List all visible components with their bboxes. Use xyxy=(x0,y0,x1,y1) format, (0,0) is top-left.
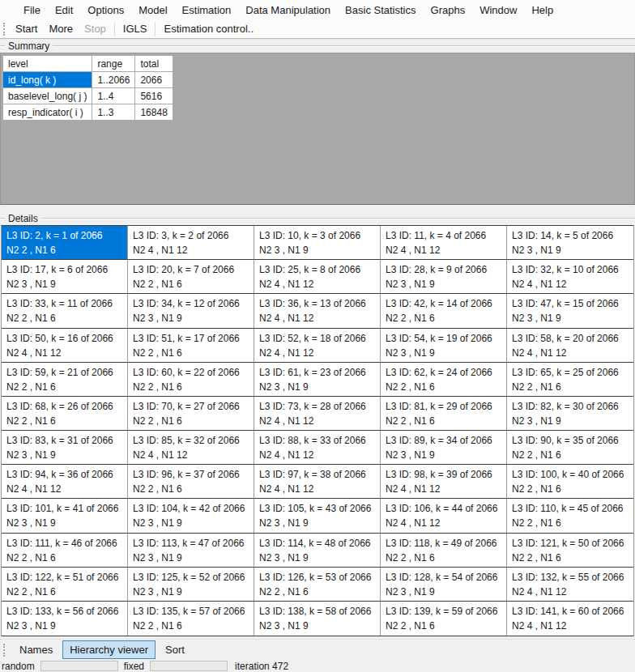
hierarchy-cell-k29[interactable]: L3 ID: 81, k = 29 of 2066N2 2 , N1 6 xyxy=(381,397,507,431)
hierarchy-cell-k55[interactable]: L3 ID: 132, k = 55 of 2066N2 4 , N1 12 xyxy=(507,568,633,602)
hierarchy-cell-k53[interactable]: L3 ID: 126, k = 53 of 2066N2 2 , N1 6 xyxy=(254,568,381,602)
hierarchy-cell-k2[interactable]: L3 ID: 3, k = 2 of 2066N2 4 , N1 12 xyxy=(128,226,254,260)
hierarchy-cell-k25[interactable]: L3 ID: 65, k = 25 of 2066N2 2 , N1 6 xyxy=(507,363,633,397)
hierarchy-cell-k19[interactable]: L3 ID: 54, k = 19 of 2066N2 3 , N1 9 xyxy=(381,329,507,363)
hierarchy-cell-k52[interactable]: L3 ID: 125, k = 52 of 2066N2 3 , N1 9 xyxy=(128,568,254,602)
hierarchy-cell-k48[interactable]: L3 ID: 114, k = 48 of 2066N2 3 , N1 9 xyxy=(254,534,381,568)
hierarchy-cell-k1[interactable]: L3 ID: 2, k = 1 of 2066N2 2 , N1 6 xyxy=(2,226,128,260)
hierarchy-cell-k45[interactable]: L3 ID: 110, k = 45 of 2066N2 2 , N1 6 xyxy=(507,499,633,533)
hierarchy-cell-k59[interactable]: L3 ID: 139, k = 59 of 2066N2 2 , N1 6 xyxy=(381,602,507,636)
menu-item-file[interactable]: File xyxy=(16,1,48,19)
hierarchy-cell-k47[interactable]: L3 ID: 113, k = 47 of 2066N2 3 , N1 9 xyxy=(128,534,254,568)
summary-row-baselevel-long-j[interactable]: baselevel_long( j )1..45616 xyxy=(3,88,173,104)
hierarchy-cell-k32[interactable]: L3 ID: 85, k = 32 of 2066N2 4 , N1 12 xyxy=(128,431,254,465)
hierarchy-cell-k27[interactable]: L3 ID: 70, k = 27 of 2066N2 2 , N1 6 xyxy=(128,397,254,431)
hierarchy-cell-k46[interactable]: L3 ID: 111, k = 46 of 2066N2 2 , N1 6 xyxy=(2,534,128,568)
summary-table: levelrangetotal id_long( k )1..20662066b… xyxy=(2,55,173,121)
hierarchy-cell-k30[interactable]: L3 ID: 82, k = 30 of 2066N2 3 , N1 9 xyxy=(507,397,633,431)
hierarchy-cell-k37[interactable]: L3 ID: 96, k = 37 of 2066N2 2 , N1 6 xyxy=(128,465,254,499)
hierarchy-cell-k57[interactable]: L3 ID: 135, k = 57 of 2066N2 2 , N1 6 xyxy=(128,602,254,636)
hierarchy-cell-k31[interactable]: L3 ID: 83, k = 31 of 2066N2 3 , N1 9 xyxy=(2,431,128,465)
menu-item-edit[interactable]: Edit xyxy=(48,1,80,19)
summary-cell-level[interactable]: baselevel_long( j ) xyxy=(3,88,92,104)
summary-row-resp-indicator-i[interactable]: resp_indicator( i )1..316848 xyxy=(3,104,173,121)
menu-item-window[interactable]: Window xyxy=(472,1,524,19)
cell-line1: L3 ID: 51, k = 17 of 2066 xyxy=(133,331,249,346)
cell-line1: L3 ID: 60, k = 22 of 2066 xyxy=(133,365,249,380)
hierarchy-cell-k22[interactable]: L3 ID: 60, k = 22 of 2066N2 2 , N1 6 xyxy=(128,363,254,397)
hierarchy-cell-k44[interactable]: L3 ID: 106, k = 44 of 2066N2 4 , N1 12 xyxy=(381,499,507,533)
hierarchy-cell-k7[interactable]: L3 ID: 20, k = 7 of 2066N2 2 , N1 6 xyxy=(128,260,254,294)
summary-title: Summary xyxy=(5,40,53,52)
hierarchy-cell-k54[interactable]: L3 ID: 128, k = 54 of 2066N2 3 , N1 9 xyxy=(381,568,507,602)
menu-item-graphs[interactable]: Graphs xyxy=(424,1,473,19)
cell-line1: L3 ID: 20, k = 7 of 2066 xyxy=(133,262,249,277)
menu-item-data-manipulation[interactable]: Data Manipulation xyxy=(238,1,338,19)
hierarchy-cell-k35[interactable]: L3 ID: 90, k = 35 of 2066N2 2 , N1 6 xyxy=(507,431,633,465)
hierarchy-cell-k39[interactable]: L3 ID: 98, k = 39 of 2066N2 4 , N1 12 xyxy=(381,465,507,499)
hierarchy-cell-k17[interactable]: L3 ID: 51, k = 17 of 2066N2 2 , N1 6 xyxy=(128,329,254,363)
status-iteration-label: iteration 472 xyxy=(235,661,288,672)
hierarchy-cell-k56[interactable]: L3 ID: 133, k = 56 of 2066N2 3 , N1 9 xyxy=(2,602,128,636)
hierarchy-cell-k51[interactable]: L3 ID: 122, k = 51 of 2066N2 2 , N1 6 xyxy=(2,568,128,602)
toolbar-button-estimation-control[interactable]: Estimation control.. xyxy=(158,20,259,37)
cell-line1: L3 ID: 42, k = 14 of 2066 xyxy=(386,296,501,311)
hierarchy-cell-k14[interactable]: L3 ID: 42, k = 14 of 2066N2 2 , N1 6 xyxy=(381,294,507,328)
hierarchy-cell-k15[interactable]: L3 ID: 47, k = 15 of 2066N2 3 , N1 9 xyxy=(507,294,633,328)
menu-item-options[interactable]: Options xyxy=(80,1,131,19)
hierarchy-cell-k33[interactable]: L3 ID: 88, k = 33 of 2066N2 4 , N1 12 xyxy=(254,431,381,465)
hierarchy-cell-k23[interactable]: L3 ID: 61, k = 23 of 2066N2 3 , N1 9 xyxy=(254,363,381,397)
toolbar-button-igls[interactable]: IGLS xyxy=(117,20,153,37)
hierarchy-cell-k43[interactable]: L3 ID: 105, k = 43 of 2066N2 3 , N1 9 xyxy=(254,499,381,533)
hierarchy-cell-k5[interactable]: L3 ID: 14, k = 5 of 2066N2 3 , N1 9 xyxy=(507,226,633,260)
tab-sort[interactable]: Sort xyxy=(158,640,192,659)
cell-line1: L3 ID: 83, k = 31 of 2066 xyxy=(6,433,122,448)
hierarchy-cell-k50[interactable]: L3 ID: 121, k = 50 of 2066N2 2 , N1 6 xyxy=(507,534,633,568)
hierarchy-cell-k12[interactable]: L3 ID: 34, k = 12 of 2066N2 3 , N1 9 xyxy=(128,294,254,328)
summary-cell-range: 1..4 xyxy=(92,88,135,104)
cell-line1: L3 ID: 28, k = 9 of 2066 xyxy=(386,262,501,277)
menu-item-model[interactable]: Model xyxy=(131,1,174,19)
hierarchy-cell-k6[interactable]: L3 ID: 17, k = 6 of 2066N2 3 , N1 9 xyxy=(2,260,128,294)
menu-item-help[interactable]: Help xyxy=(524,1,560,19)
hierarchy-cell-k13[interactable]: L3 ID: 36, k = 13 of 2066N2 4 , N1 12 xyxy=(254,294,381,328)
tab-list: NamesHierarchy viewerSort xyxy=(12,640,192,659)
cell-line1: L3 ID: 36, k = 13 of 2066 xyxy=(259,296,375,311)
hierarchy-cell-k28[interactable]: L3 ID: 73, k = 28 of 2066N2 4 , N1 12 xyxy=(254,397,381,431)
hierarchy-cell-k60[interactable]: L3 ID: 141, k = 60 of 2066N2 4 , N1 12 xyxy=(507,602,633,636)
hierarchy-cell-k9[interactable]: L3 ID: 28, k = 9 of 2066N2 3 , N1 9 xyxy=(381,260,507,294)
hierarchy-cell-k36[interactable]: L3 ID: 94, k = 36 of 2066N2 4 , N1 12 xyxy=(2,465,128,499)
hierarchy-cell-k24[interactable]: L3 ID: 62, k = 24 of 2066N2 2 , N1 6 xyxy=(381,363,507,397)
hierarchy-cell-k26[interactable]: L3 ID: 68, k = 26 of 2066N2 2 , N1 6 xyxy=(2,397,128,431)
tab-hierarchy-viewer[interactable]: Hierarchy viewer xyxy=(62,640,156,659)
toolbar-button-more[interactable]: More xyxy=(43,20,79,37)
hierarchy-cell-k40[interactable]: L3 ID: 100, k = 40 of 2066N2 2 , N1 6 xyxy=(507,465,633,499)
hierarchy-cell-k42[interactable]: L3 ID: 104, k = 42 of 2066N2 3 , N1 9 xyxy=(128,499,254,533)
hierarchy-cell-k20[interactable]: L3 ID: 58, k = 20 of 2066N2 4 , N1 12 xyxy=(507,329,633,363)
hierarchy-cell-k11[interactable]: L3 ID: 33, k = 11 of 2066N2 2 , N1 6 xyxy=(2,294,128,328)
hierarchy-cell-k3[interactable]: L3 ID: 10, k = 3 of 2066N2 3 , N1 9 xyxy=(254,226,381,260)
hierarchy-cell-k38[interactable]: L3 ID: 97, k = 38 of 2066N2 4 , N1 12 xyxy=(254,465,381,499)
cell-line1: L3 ID: 14, k = 5 of 2066 xyxy=(512,228,629,243)
summary-cell-level[interactable]: resp_indicator( i ) xyxy=(3,104,92,121)
tab-names[interactable]: Names xyxy=(12,640,60,659)
hierarchy-cell-k21[interactable]: L3 ID: 59, k = 21 of 2066N2 2 , N1 6 xyxy=(2,363,128,397)
hierarchy-cell-k16[interactable]: L3 ID: 50, k = 16 of 2066N2 4 , N1 12 xyxy=(2,329,128,363)
hierarchy-cell-k49[interactable]: L3 ID: 118, k = 49 of 2066N2 2 , N1 6 xyxy=(381,534,507,568)
cell-line2: N2 2 , N1 6 xyxy=(6,311,122,325)
hierarchy-cell-k4[interactable]: L3 ID: 11, k = 4 of 2066N2 4 , N1 12 xyxy=(381,226,507,260)
hierarchy-cell-k34[interactable]: L3 ID: 89, k = 34 of 2066N2 3 , N1 9 xyxy=(381,431,507,465)
summary-cell-level[interactable]: id_long( k ) xyxy=(3,72,92,88)
hierarchy-cell-k58[interactable]: L3 ID: 138, k = 58 of 2066N2 3 , N1 9 xyxy=(254,602,381,636)
summary-row-id-long-k[interactable]: id_long( k )1..20662066 xyxy=(3,72,173,88)
hierarchy-cell-k18[interactable]: L3 ID: 52, k = 18 of 2066N2 4 , N1 12 xyxy=(254,329,381,363)
toolbar-button-start[interactable]: Start xyxy=(10,20,43,37)
hierarchy-cell-k10[interactable]: L3 ID: 32, k = 10 of 2066N2 4 , N1 12 xyxy=(507,260,633,294)
hierarchy-cell-k8[interactable]: L3 ID: 25, k = 8 of 2066N2 4 , N1 12 xyxy=(254,260,381,294)
menu-item-estimation[interactable]: Estimation xyxy=(175,1,239,19)
summary-panel: levelrangetotal id_long( k )1..20662066b… xyxy=(0,53,635,205)
cell-line1: L3 ID: 111, k = 46 of 2066 xyxy=(6,536,122,551)
hierarchy-cell-k41[interactable]: L3 ID: 101, k = 41 of 2066N2 3 , N1 9 xyxy=(2,499,128,533)
menu-item-basic-statistics[interactable]: Basic Statistics xyxy=(338,1,423,19)
cell-line2: N2 4 , N1 12 xyxy=(259,414,375,428)
